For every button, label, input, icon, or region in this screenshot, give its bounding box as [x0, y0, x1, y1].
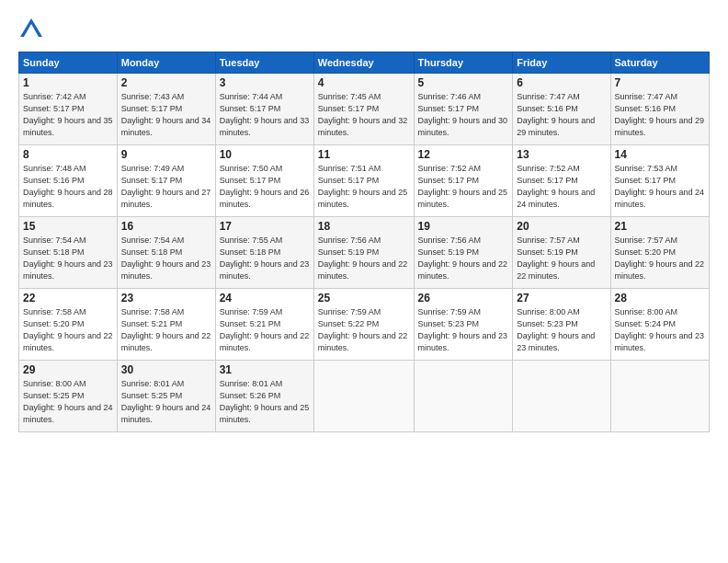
day-number: 9 [121, 148, 211, 161]
day-info: Sunrise: 8:00 AMSunset: 5:25 PMDaylight:… [23, 378, 113, 426]
day-info: Sunrise: 7:52 AMSunset: 5:17 PMDaylight:… [418, 163, 509, 211]
day-number: 18 [318, 220, 410, 233]
day-info: Sunrise: 7:55 AMSunset: 5:18 PMDaylight:… [220, 235, 310, 282]
calendar-cell: 30Sunrise: 8:01 AMSunset: 5:25 PMDayligh… [117, 361, 215, 432]
calendar-cell: 13Sunrise: 7:52 AMSunset: 5:17 PMDayligh… [513, 145, 610, 217]
calendar-cell: 2Sunrise: 7:43 AMSunset: 5:17 PMDaylight… [117, 74, 215, 145]
calendar-cell: 18Sunrise: 7:56 AMSunset: 5:19 PMDayligh… [313, 217, 414, 289]
day-number: 4 [318, 76, 410, 89]
calendar-week-row: 29Sunrise: 8:00 AMSunset: 5:25 PMDayligh… [19, 361, 710, 432]
day-number: 24 [220, 292, 310, 304]
day-number: 25 [318, 292, 410, 304]
header [18, 17, 710, 42]
calendar-cell: 10Sunrise: 7:50 AMSunset: 5:17 PMDayligh… [215, 145, 313, 217]
calendar-header: SundayMondayTuesdayWednesdayThursdayFrid… [19, 52, 710, 74]
calendar-cell [610, 361, 709, 432]
day-info: Sunrise: 7:56 AMSunset: 5:19 PMDaylight:… [418, 235, 509, 282]
calendar-cell: 17Sunrise: 7:55 AMSunset: 5:18 PMDayligh… [215, 217, 313, 289]
weekday-header-friday: Friday [513, 52, 610, 74]
calendar-cell: 14Sunrise: 7:53 AMSunset: 5:17 PMDayligh… [610, 145, 709, 217]
day-number: 22 [23, 292, 113, 304]
day-info: Sunrise: 8:01 AMSunset: 5:26 PMDaylight:… [220, 378, 310, 426]
logo-icon [18, 17, 44, 42]
day-number: 21 [615, 220, 705, 233]
weekday-header-thursday: Thursday [414, 52, 513, 74]
calendar-table: SundayMondayTuesdayWednesdayThursdayFrid… [18, 52, 710, 432]
calendar-cell: 11Sunrise: 7:51 AMSunset: 5:17 PMDayligh… [313, 145, 414, 217]
calendar-cell: 5Sunrise: 7:46 AMSunset: 5:17 PMDaylight… [414, 74, 513, 145]
day-info: Sunrise: 8:00 AMSunset: 5:23 PMDaylight:… [517, 306, 606, 354]
day-info: Sunrise: 7:51 AMSunset: 5:17 PMDaylight:… [318, 163, 410, 211]
day-info: Sunrise: 7:57 AMSunset: 5:19 PMDaylight:… [517, 235, 606, 282]
calendar-cell: 9Sunrise: 7:49 AMSunset: 5:17 PMDaylight… [117, 145, 215, 217]
day-info: Sunrise: 7:48 AMSunset: 5:16 PMDaylight:… [23, 163, 113, 211]
calendar-cell: 6Sunrise: 7:47 AMSunset: 5:16 PMDaylight… [513, 74, 610, 145]
calendar-cell: 19Sunrise: 7:56 AMSunset: 5:19 PMDayligh… [414, 217, 513, 289]
day-info: Sunrise: 7:45 AMSunset: 5:17 PMDaylight:… [318, 91, 410, 139]
day-number: 30 [121, 363, 211, 376]
day-number: 12 [418, 148, 509, 161]
day-info: Sunrise: 7:43 AMSunset: 5:17 PMDaylight:… [121, 91, 211, 139]
calendar-week-row: 1Sunrise: 7:42 AMSunset: 5:17 PMDaylight… [19, 74, 710, 145]
day-info: Sunrise: 7:59 AMSunset: 5:22 PMDaylight:… [318, 306, 410, 354]
calendar-week-row: 22Sunrise: 7:58 AMSunset: 5:20 PMDayligh… [19, 289, 710, 361]
day-info: Sunrise: 7:46 AMSunset: 5:17 PMDaylight:… [418, 91, 509, 139]
day-info: Sunrise: 7:54 AMSunset: 5:18 PMDaylight:… [121, 235, 211, 282]
day-number: 14 [615, 148, 705, 161]
day-number: 10 [220, 148, 310, 161]
day-number: 23 [121, 292, 211, 304]
weekday-header-monday: Monday [117, 52, 215, 74]
day-info: Sunrise: 7:56 AMSunset: 5:19 PMDaylight:… [318, 235, 410, 282]
calendar-cell: 20Sunrise: 7:57 AMSunset: 5:19 PMDayligh… [513, 217, 610, 289]
day-info: Sunrise: 7:50 AMSunset: 5:17 PMDaylight:… [220, 163, 310, 211]
calendar-cell [313, 361, 414, 432]
day-info: Sunrise: 7:52 AMSunset: 5:17 PMDaylight:… [517, 163, 606, 211]
day-number: 13 [517, 148, 606, 161]
day-number: 6 [517, 76, 606, 89]
day-number: 15 [23, 220, 113, 233]
calendar-cell: 25Sunrise: 7:59 AMSunset: 5:22 PMDayligh… [313, 289, 414, 361]
day-number: 29 [23, 363, 113, 376]
page: SundayMondayTuesdayWednesdayThursdayFrid… [0, 0, 728, 563]
calendar-cell: 29Sunrise: 8:00 AMSunset: 5:25 PMDayligh… [19, 361, 118, 432]
day-number: 31 [220, 363, 310, 376]
logo [18, 17, 48, 42]
day-info: Sunrise: 7:57 AMSunset: 5:20 PMDaylight:… [615, 235, 705, 282]
calendar-cell: 23Sunrise: 7:58 AMSunset: 5:21 PMDayligh… [117, 289, 215, 361]
calendar-cell [513, 361, 610, 432]
day-info: Sunrise: 7:53 AMSunset: 5:17 PMDaylight:… [615, 163, 705, 211]
weekday-header-row: SundayMondayTuesdayWednesdayThursdayFrid… [19, 52, 710, 74]
day-info: Sunrise: 7:58 AMSunset: 5:20 PMDaylight:… [23, 306, 113, 354]
calendar-cell: 31Sunrise: 8:01 AMSunset: 5:26 PMDayligh… [215, 361, 313, 432]
weekday-header-wednesday: Wednesday [313, 52, 414, 74]
day-number: 8 [23, 148, 113, 161]
calendar-cell: 3Sunrise: 7:44 AMSunset: 5:17 PMDaylight… [215, 74, 313, 145]
calendar-cell: 12Sunrise: 7:52 AMSunset: 5:17 PMDayligh… [414, 145, 513, 217]
calendar-cell [414, 361, 513, 432]
calendar-week-row: 8Sunrise: 7:48 AMSunset: 5:16 PMDaylight… [19, 145, 710, 217]
day-number: 3 [220, 76, 310, 89]
day-info: Sunrise: 7:59 AMSunset: 5:21 PMDaylight:… [220, 306, 310, 354]
day-number: 7 [615, 76, 705, 89]
day-info: Sunrise: 7:49 AMSunset: 5:17 PMDaylight:… [121, 163, 211, 211]
calendar-cell: 16Sunrise: 7:54 AMSunset: 5:18 PMDayligh… [117, 217, 215, 289]
calendar-cell: 26Sunrise: 7:59 AMSunset: 5:23 PMDayligh… [414, 289, 513, 361]
day-info: Sunrise: 7:47 AMSunset: 5:16 PMDaylight:… [517, 91, 606, 139]
day-info: Sunrise: 8:01 AMSunset: 5:25 PMDaylight:… [121, 378, 211, 426]
day-number: 27 [517, 292, 606, 304]
day-info: Sunrise: 7:54 AMSunset: 5:18 PMDaylight:… [23, 235, 113, 282]
day-number: 2 [121, 76, 211, 89]
weekday-header-saturday: Saturday [610, 52, 709, 74]
day-number: 11 [318, 148, 410, 161]
calendar-cell: 15Sunrise: 7:54 AMSunset: 5:18 PMDayligh… [19, 217, 118, 289]
day-number: 20 [517, 220, 606, 233]
day-info: Sunrise: 7:59 AMSunset: 5:23 PMDaylight:… [418, 306, 509, 354]
day-info: Sunrise: 8:00 AMSunset: 5:24 PMDaylight:… [615, 306, 705, 354]
calendar-cell: 21Sunrise: 7:57 AMSunset: 5:20 PMDayligh… [610, 217, 709, 289]
day-number: 28 [615, 292, 705, 304]
calendar-cell: 28Sunrise: 8:00 AMSunset: 5:24 PMDayligh… [610, 289, 709, 361]
calendar-cell: 27Sunrise: 8:00 AMSunset: 5:23 PMDayligh… [513, 289, 610, 361]
calendar-cell: 22Sunrise: 7:58 AMSunset: 5:20 PMDayligh… [19, 289, 118, 361]
calendar-cell: 1Sunrise: 7:42 AMSunset: 5:17 PMDaylight… [19, 74, 118, 145]
day-info: Sunrise: 7:42 AMSunset: 5:17 PMDaylight:… [23, 91, 113, 139]
